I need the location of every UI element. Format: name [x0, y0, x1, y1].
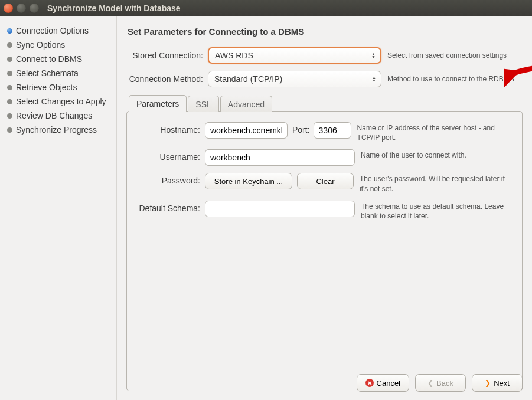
button-label: Back	[436, 379, 453, 388]
default-schema-hint: The schema to use as default schema. Lea…	[361, 201, 514, 221]
connection-method-hint: Method to use to connect to the RDBMS	[387, 75, 523, 83]
stored-connection-row: Stored Connection: AWS RDS ▲▼ Select fro…	[126, 47, 523, 64]
hostname-input[interactable]	[205, 122, 288, 139]
default-schema-label: Default Schema:	[135, 201, 205, 213]
tab-panel-parameters: Hostname: Port: Name or IP address of th…	[126, 111, 523, 391]
sidebar-item-label: Retrieve Objects	[16, 83, 77, 92]
password-hint: The user's password. Will be requested l…	[360, 173, 514, 193]
button-label: Next	[494, 379, 510, 388]
sidebar-item-label: Connect to DBMS	[16, 54, 82, 64]
step-bullet-icon	[7, 113, 12, 119]
stored-connection-label: Stored Connection:	[126, 51, 208, 60]
connection-method-label: Connection Method:	[126, 74, 208, 84]
port-label: Port:	[292, 122, 310, 135]
back-button[interactable]: ❮ Back	[415, 374, 466, 392]
tab-label: Parameters	[136, 99, 179, 109]
stored-connection-value: AWS RDS	[215, 51, 253, 60]
username-hint: Name of the user to connect with.	[361, 149, 514, 160]
sidebar-item-select-changes[interactable]: Select Changes to Apply	[6, 95, 112, 109]
tab-advanced[interactable]: Advanced	[220, 96, 272, 112]
cancel-button[interactable]: ✕ Cancel	[357, 374, 409, 392]
hostname-row: Hostname: Port: Name or IP address of th…	[135, 122, 514, 142]
hostname-label: Hostname:	[135, 122, 205, 135]
step-bullet-icon	[7, 99, 12, 104]
sidebar-item-label: Connection Options	[16, 26, 89, 35]
sidebar-item-label: Synchronize Progress	[16, 125, 97, 135]
sidebar-item-label: Select Schemata	[16, 68, 79, 78]
arrow-left-icon: ❮	[427, 379, 433, 387]
step-bullet-icon	[7, 28, 12, 34]
wizard-footer: ✕ Cancel ❮ Back ❯ Next	[357, 374, 523, 392]
step-bullet-icon	[7, 42, 12, 48]
username-row: Username: Name of the user to connect wi…	[135, 149, 514, 166]
connection-method-value: Standard (TCP/IP)	[214, 74, 282, 84]
store-keychain-button[interactable]: Store in Keychain ...	[205, 173, 292, 189]
step-bullet-icon	[7, 127, 12, 133]
minimize-icon[interactable]	[17, 4, 26, 13]
chevron-updown-icon: ▲▼	[372, 76, 376, 82]
maximize-icon[interactable]	[30, 4, 39, 13]
clear-password-button[interactable]: Clear	[297, 173, 354, 189]
tab-ssl[interactable]: SSL	[188, 96, 218, 112]
step-bullet-icon	[7, 71, 12, 76]
sidebar-item-label: Sync Options	[16, 40, 65, 50]
next-button[interactable]: ❯ Next	[472, 374, 523, 392]
step-bullet-icon	[7, 85, 12, 90]
wizard-sidebar: Connection Options Sync Options Connect …	[0, 16, 117, 400]
tabstrip: Parameters SSL Advanced	[126, 94, 523, 112]
sidebar-item-connect-to-dbms[interactable]: Connect to DBMS	[6, 53, 112, 67]
hostname-hint: Name or IP address of the server host - …	[357, 122, 514, 142]
button-label: Clear	[316, 177, 334, 186]
window-title: Synchronize Model with Database	[47, 4, 181, 13]
sidebar-item-label: Select Changes to Apply	[16, 97, 106, 106]
connection-method-row: Connection Method: Standard (TCP/IP) ▲▼ …	[126, 71, 523, 87]
button-label: Cancel	[377, 379, 400, 388]
page-title: Set Parameters for Connecting to a DBMS	[128, 27, 523, 37]
cancel-icon: ✕	[365, 379, 374, 387]
content: Connection Options Sync Options Connect …	[0, 16, 532, 400]
close-icon[interactable]	[4, 4, 13, 13]
stored-connection-hint: Select from saved connection settings	[387, 51, 523, 60]
chevron-updown-icon: ▲▼	[371, 53, 376, 58]
port-input[interactable]	[314, 122, 351, 139]
password-row: Password: Store in Keychain ... Clear Th…	[135, 173, 514, 193]
tab-label: Advanced	[228, 100, 265, 109]
sidebar-item-review-db-changes[interactable]: Review DB Changes	[6, 109, 112, 123]
default-schema-input[interactable]	[205, 201, 355, 217]
password-label: Password:	[135, 173, 205, 185]
sidebar-item-retrieve-objects[interactable]: Retrieve Objects	[6, 81, 112, 95]
arrow-right-icon: ❯	[485, 379, 491, 387]
sidebar-item-select-schemata[interactable]: Select Schemata	[6, 67, 112, 81]
sidebar-item-sync-options[interactable]: Sync Options	[6, 38, 112, 53]
connection-method-select[interactable]: Standard (TCP/IP) ▲▼	[208, 71, 381, 87]
sidebar-item-connection-options[interactable]: Connection Options	[6, 24, 112, 38]
default-schema-row: Default Schema: The schema to use as def…	[135, 201, 514, 221]
main-panel: Set Parameters for Connecting to a DBMS …	[117, 16, 532, 400]
button-label: Store in Keychain ...	[214, 177, 283, 186]
username-input[interactable]	[205, 149, 355, 166]
username-label: Username:	[135, 149, 205, 162]
step-bullet-icon	[7, 57, 12, 62]
tab-label: SSL	[195, 100, 211, 109]
stored-connection-select[interactable]: AWS RDS ▲▼	[208, 47, 381, 64]
sidebar-item-label: Review DB Changes	[16, 111, 92, 120]
sidebar-item-synchronize-progress[interactable]: Synchronize Progress	[6, 123, 112, 137]
tab-parameters[interactable]: Parameters	[129, 95, 187, 112]
titlebar: Synchronize Model with Database	[0, 0, 532, 16]
